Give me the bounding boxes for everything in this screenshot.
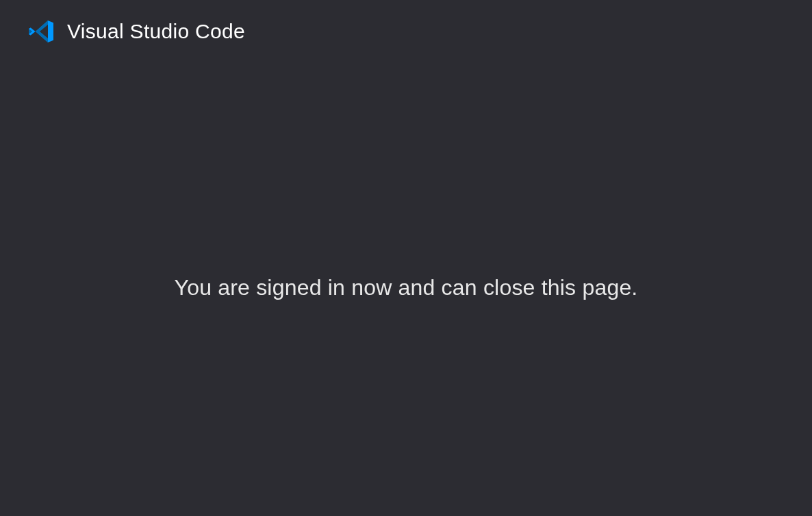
app-title: Visual Studio Code	[67, 20, 245, 43]
content-area: You are signed in now and can close this…	[0, 63, 812, 300]
vscode-logo-icon	[27, 18, 55, 45]
signin-success-message: You are signed in now and can close this…	[175, 275, 638, 300]
header: Visual Studio Code	[0, 0, 812, 63]
